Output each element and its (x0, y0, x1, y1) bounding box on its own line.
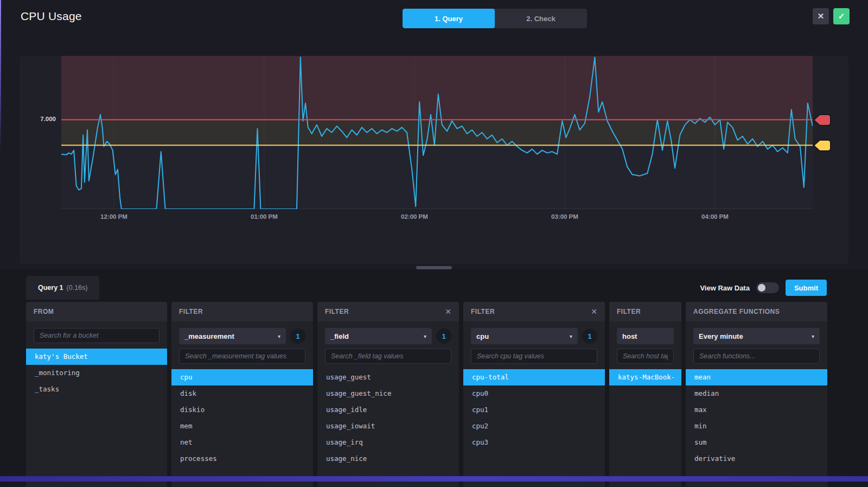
aggregate-search-input[interactable] (693, 349, 820, 364)
submit-button[interactable]: Submit (786, 280, 827, 296)
y-axis-label: 7.000 (22, 116, 56, 122)
column-body: hostkatys-MacBook- (609, 321, 681, 487)
query-builder-panel: Query 1 (0.16s) View Raw Data Submit FRO… (0, 269, 868, 487)
list-item[interactable]: net (171, 434, 313, 451)
measurement-search-input[interactable] (179, 349, 305, 364)
list-item[interactable]: max (686, 402, 827, 418)
list-item[interactable]: katy's Bucket (26, 349, 167, 365)
list-item[interactable]: usage_idle (317, 402, 459, 418)
column-header: FILTER (171, 302, 313, 321)
cancel-button[interactable]: ✕ (813, 8, 829, 24)
column-title: FILTER (471, 308, 495, 315)
dropdown-row: cpu▾1 (471, 328, 597, 344)
list-item[interactable]: usage_guest (317, 369, 459, 385)
remove-filter-icon[interactable]: ✕ (445, 307, 451, 316)
query-tab-name: Query 1 (38, 284, 63, 292)
builder-column-bucket: FROMkaty's Bucket_monitoring_tasks (26, 302, 167, 487)
header: CPU Usage 1. Query 2. Check ✕ ✓ (0, 0, 868, 33)
cpu-dropdown[interactable]: cpu▾ (471, 328, 578, 344)
cpu-usage-chart[interactable] (61, 56, 813, 209)
threshold-handle-crit[interactable] (813, 113, 832, 127)
builder-column-host: FILTERhostkatys-MacBook- (609, 302, 681, 487)
dropdown-value: Every minute (699, 332, 743, 340)
bottom-accent-bar (0, 476, 868, 482)
column-list: meanmedianmaxminsumderivative (686, 369, 827, 487)
column-header: FILTER✕ (463, 302, 605, 321)
query-duration: (0.16s) (67, 284, 88, 292)
list-item[interactable]: _monitoring (26, 365, 167, 381)
list-item[interactable]: disk (171, 385, 313, 402)
list-item[interactable]: median (686, 385, 827, 402)
tab-query[interactable]: 1. Query (403, 9, 495, 28)
column-body: katy's Bucket_monitoring_tasks (26, 321, 167, 487)
view-raw-data-toggle[interactable] (756, 282, 779, 293)
list-item[interactable]: processes (171, 451, 313, 467)
measurement-dropdown[interactable]: _measurement▾ (179, 328, 286, 344)
list-item[interactable]: cpu2 (463, 418, 605, 434)
column-header: FROM (26, 302, 167, 321)
warn-band (61, 120, 813, 146)
query-tab[interactable]: Query 1 (0.16s) (26, 276, 99, 300)
builder-column-field: FILTER✕_field▾1usage_guestusage_guest_ni… (317, 302, 459, 487)
tab-check[interactable]: 2. Check (495, 9, 587, 28)
chevron-down-icon: ▾ (424, 333, 426, 339)
list-item[interactable]: sum (686, 434, 827, 451)
query-bar-controls: View Raw Data Submit (700, 280, 848, 296)
bucket-search-input[interactable] (34, 328, 159, 343)
list-item[interactable]: diskio (171, 402, 313, 418)
builder-columns: FROMkaty's Bucket_monitoring_tasksFILTER… (20, 302, 848, 487)
column-header: FILTER (609, 302, 681, 321)
list-item[interactable]: cpu1 (463, 402, 605, 418)
list-item[interactable]: usage_nice (317, 451, 459, 467)
list-item[interactable]: usage_iowait (317, 418, 459, 434)
dropdown-value: _field (330, 332, 349, 340)
x-axis-label: 03:00 PM (551, 213, 578, 220)
host-dropdown[interactable]: host (617, 328, 674, 344)
list-item[interactable]: mean (686, 369, 827, 385)
list-item[interactable]: min (686, 418, 827, 434)
selected-count-badge: 1 (582, 328, 597, 344)
x-axis-label: 12:00 PM (100, 213, 127, 220)
list-item[interactable]: cpu-total (463, 369, 605, 385)
save-button[interactable]: ✓ (833, 8, 850, 24)
list-item[interactable]: usage_guest_nice (317, 385, 459, 402)
column-body: _measurement▾1cpudiskdiskiomemnetprocess… (171, 321, 313, 487)
cpu-search-input[interactable] (471, 349, 597, 364)
field-dropdown[interactable]: _field▾ (325, 328, 432, 344)
column-title: FILTER (325, 308, 349, 315)
selected-count-badge: 1 (290, 328, 305, 344)
threshold-handle-warn[interactable] (813, 138, 832, 153)
host-search-input[interactable] (617, 349, 674, 364)
list-item[interactable]: _tasks (26, 381, 167, 397)
column-title: FILTER (179, 308, 203, 315)
list-item[interactable]: derivative (686, 451, 827, 467)
chevron-down-icon: ▾ (570, 333, 572, 339)
dropdown-value: cpu (476, 332, 489, 340)
header-actions: ✕ ✓ (813, 8, 850, 24)
x-axis-label: 01:00 PM (251, 213, 278, 220)
column-list: usage_guestusage_guest_niceusage_idleusa… (317, 369, 459, 487)
x-axis-label: 04:00 PM (701, 213, 729, 220)
dropdown-row: _field▾1 (325, 328, 451, 344)
aggregate-dropdown[interactable]: Every minute▾ (693, 328, 820, 344)
column-list: cpudiskdiskiomemnetprocesses (171, 369, 313, 487)
column-header: FILTER✕ (317, 302, 459, 321)
list-item[interactable]: cpu0 (463, 385, 605, 402)
remove-filter-icon[interactable]: ✕ (591, 307, 597, 316)
list-item[interactable]: cpu (171, 369, 313, 385)
plot-area[interactable]: 7.000 (61, 56, 813, 209)
builder-column-cpu: FILTER✕cpu▾1cpu-totalcpu0cpu1cpu2cpu3 (463, 302, 605, 487)
column-list: katys-MacBook- (609, 369, 681, 487)
list-item[interactable]: cpu3 (463, 434, 605, 451)
step-tabs: 1. Query 2. Check (403, 9, 587, 28)
chevron-down-icon: ▾ (278, 333, 280, 339)
list-item[interactable]: usage_irq (317, 434, 459, 451)
column-body: cpu▾1cpu-totalcpu0cpu1cpu2cpu3 (463, 321, 605, 487)
builder-column-measurement: FILTER_measurement▾1cpudiskdiskiomemnetp… (171, 302, 313, 487)
field-search-input[interactable] (325, 349, 451, 364)
list-item[interactable]: katys-MacBook- (609, 369, 681, 385)
dropdown-value: _measurement (184, 332, 234, 340)
list-item[interactable]: mem (171, 418, 313, 434)
toggle-knob (758, 284, 765, 292)
x-axis: 12:00 PM01:00 PM02:00 PM03:00 PM04:00 PM (61, 213, 813, 223)
